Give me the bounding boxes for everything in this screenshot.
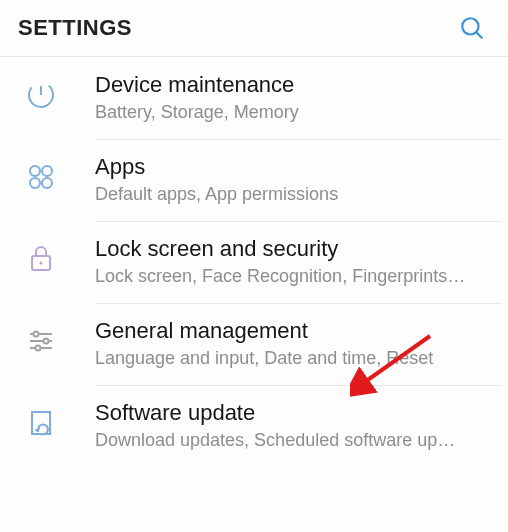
item-title: Lock screen and security: [95, 236, 490, 262]
svg-point-6: [30, 178, 40, 188]
settings-item-software-update[interactable]: Software update Download updates, Schedu…: [0, 385, 508, 467]
settings-item-apps[interactable]: Apps Default apps, App permissions: [0, 139, 508, 221]
settings-item-lock-screen-security[interactable]: Lock screen and security Lock screen, Fa…: [0, 221, 508, 303]
software-update-icon: [18, 400, 95, 440]
settings-list: Device maintenance Battery, Storage, Mem…: [0, 57, 508, 467]
item-subtitle: Lock screen, Face Recognition, Fingerpri…: [95, 266, 490, 287]
item-subtitle: Language and input, Date and time, Reset: [95, 348, 490, 369]
svg-point-11: [34, 332, 39, 337]
settings-item-general-management[interactable]: General management Language and input, D…: [0, 303, 508, 385]
item-title: Software update: [95, 400, 490, 426]
svg-point-9: [40, 262, 43, 265]
item-subtitle: Battery, Storage, Memory: [95, 102, 490, 123]
svg-point-15: [36, 346, 41, 351]
search-icon: [459, 15, 485, 41]
svg-point-7: [42, 178, 52, 188]
svg-point-13: [44, 339, 49, 344]
item-title: Device maintenance: [95, 72, 490, 98]
svg-point-5: [42, 166, 52, 176]
item-title: Apps: [95, 154, 490, 180]
svg-line-1: [477, 33, 482, 38]
item-title: General management: [95, 318, 490, 344]
svg-point-4: [30, 166, 40, 176]
page-title: SETTINGS: [18, 15, 132, 41]
item-subtitle: Download updates, Scheduled software up…: [95, 430, 490, 451]
search-button[interactable]: [458, 14, 486, 42]
header: SETTINGS: [0, 0, 508, 57]
item-subtitle: Default apps, App permissions: [95, 184, 490, 205]
apps-icon: [18, 154, 95, 194]
lock-icon: [18, 236, 95, 276]
settings-item-device-maintenance[interactable]: Device maintenance Battery, Storage, Mem…: [0, 57, 508, 139]
device-maintenance-icon: [18, 72, 95, 112]
sliders-icon: [18, 318, 95, 358]
